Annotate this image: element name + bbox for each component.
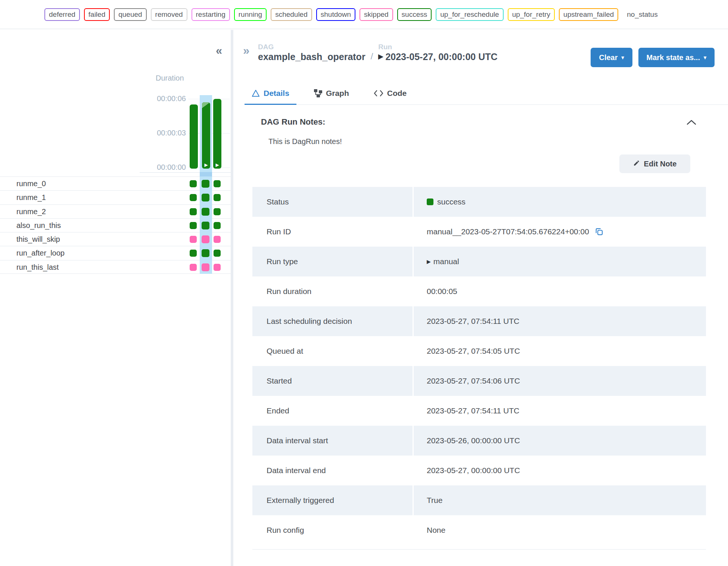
task-name[interactable]: runme_1	[16, 191, 46, 204]
legend-badge-upstream-failed[interactable]: upstream_failed	[559, 8, 618, 21]
task-grid: runme_0 runme_1 runme_2 also_run_this th…	[0, 176, 231, 274]
detail-row-status: Status success	[252, 187, 706, 217]
code-brackets-icon	[374, 90, 383, 97]
task-row-runme-0: runme_0	[0, 176, 231, 190]
task-instance-square-selected[interactable]	[202, 263, 209, 271]
task-name[interactable]: runme_0	[16, 177, 46, 191]
legend-badge-queued[interactable]: queued	[114, 8, 146, 21]
dag-name[interactable]: example_bash_operator	[258, 51, 365, 62]
task-instance-square-selected[interactable]	[202, 180, 209, 188]
tab-code[interactable]: Code	[367, 85, 414, 105]
detail-value: None	[427, 526, 445, 535]
task-instance-square[interactable]	[190, 222, 197, 229]
run-duration-bar-selected[interactable]: ▶	[202, 102, 210, 169]
task-instance-square[interactable]	[190, 208, 197, 215]
task-row-runme-1: runme_1	[0, 190, 231, 204]
task-name[interactable]: this_will_skip	[16, 232, 60, 246]
clear-button[interactable]: Clear ▾	[591, 48, 632, 67]
detail-row-last-scheduling-decision: Last scheduling decision 2023-05-27, 07:…	[252, 306, 706, 336]
caret-down-icon: ▾	[622, 54, 624, 60]
manual-run-play-icon: ▶	[427, 259, 431, 265]
task-instance-square-selected[interactable]	[202, 208, 209, 216]
task-row-runme-2: runme_2	[0, 204, 231, 218]
task-instance-square[interactable]	[214, 236, 221, 243]
breadcrumb: DAG example_bash_operator / Run ▶ 2023-0…	[258, 43, 498, 62]
detail-value: 2023-05-27, 07:54:05 UTC	[427, 347, 520, 356]
manual-run-play-icon: ▶	[378, 53, 383, 60]
airflow-grid-page: deferred failed queued removed restartin…	[0, 0, 728, 566]
task-name[interactable]: run_after_loop	[16, 246, 65, 260]
legend-badge-failed[interactable]: failed	[84, 8, 110, 21]
run-duration-bar[interactable]	[190, 104, 198, 169]
task-name[interactable]: also_run_this	[16, 219, 61, 232]
task-instance-square[interactable]	[190, 264, 197, 271]
task-row-run-this-last: run_this_last	[0, 260, 231, 274]
tab-details[interactable]: Details	[245, 85, 296, 105]
mark-state-as-button[interactable]: Mark state as... ▾	[638, 48, 715, 67]
dag-run-notes-text: This is DagRun notes!	[268, 137, 342, 146]
task-instance-square[interactable]	[214, 208, 221, 215]
task-instance-square[interactable]	[190, 236, 197, 243]
task-row-this-will-skip: this_will_skip	[0, 232, 231, 246]
task-row-also-run-this: also_run_this	[0, 218, 231, 232]
detail-row-queued-at: Queued at 2023-05-27, 07:54:05 UTC	[252, 336, 706, 366]
task-instance-square-selected[interactable]	[202, 235, 209, 243]
legend-badge-shutdown[interactable]: shutdown	[316, 8, 355, 21]
detail-row-started: Started 2023-05-27, 07:54:06 UTC	[252, 366, 706, 396]
task-instance-square[interactable]	[190, 250, 197, 257]
detail-label: Ended	[252, 396, 413, 426]
legend-badge-no-status[interactable]: no_status	[622, 8, 662, 21]
details-tab-bar: Details Graph Code	[245, 85, 728, 105]
detail-value: 2023-05-27, 07:54:06 UTC	[427, 376, 520, 385]
manual-run-play-icon: ▶	[213, 163, 221, 167]
task-instance-square[interactable]	[190, 180, 197, 187]
duration-tick-6s: 00:00:06	[142, 94, 186, 103]
detail-label: Run duration	[252, 276, 413, 306]
detail-value: 2023-05-27, 00:00:00 UTC	[427, 466, 520, 475]
task-instance-square[interactable]	[214, 250, 221, 257]
detail-label: Data interval end	[252, 456, 413, 485]
task-instance-square-selected[interactable]	[202, 222, 209, 229]
task-instance-square[interactable]	[214, 264, 221, 271]
task-instance-square[interactable]	[214, 194, 221, 201]
legend-badge-running[interactable]: running	[234, 8, 267, 21]
legend-badge-up-for-reschedule[interactable]: up_for_reschedule	[436, 8, 503, 21]
run-crumb-label: Run	[378, 43, 497, 51]
run-date[interactable]: 2023-05-27, 00:00:00 UTC	[385, 51, 497, 62]
detail-row-externally-triggered: Externally triggered True	[252, 485, 706, 515]
task-name[interactable]: run_this_last	[16, 260, 59, 274]
legend-badge-scheduled[interactable]: scheduled	[271, 8, 312, 21]
detail-label: Externally triggered	[252, 485, 413, 515]
edit-note-button[interactable]: Edit Note	[619, 154, 690, 173]
detail-label: Data interval start	[252, 426, 413, 456]
detail-value: manual	[433, 257, 459, 266]
legend-badge-removed[interactable]: removed	[151, 8, 187, 21]
chevron-up-icon[interactable]	[686, 119, 697, 127]
detail-value: manual__2023-05-27T07:54:05.676224+00:00	[427, 227, 589, 236]
task-name[interactable]: runme_2	[16, 205, 46, 219]
task-instance-square[interactable]	[190, 194, 197, 201]
task-instance-square[interactable]	[214, 222, 221, 229]
panel-divider[interactable]	[231, 30, 233, 566]
legend-badge-skipped[interactable]: skipped	[360, 8, 393, 21]
detail-value: success	[437, 197, 466, 206]
collapse-left-panel-icon[interactable]: «	[216, 45, 222, 56]
dag-run-notes-title: DAG Run Notes:	[261, 117, 325, 127]
toggle-filters-icon[interactable]: »	[243, 45, 249, 56]
pencil-icon	[633, 160, 640, 168]
legend-badge-up-for-retry[interactable]: up_for_retry	[508, 8, 555, 21]
run-note-fold-icon	[202, 102, 210, 108]
detail-row-run-config: Run config None	[252, 515, 706, 545]
task-instance-square-selected[interactable]	[202, 194, 209, 201]
copy-icon[interactable]	[594, 227, 604, 237]
dag-crumb-label: DAG	[258, 43, 365, 51]
tab-graph[interactable]: Graph	[307, 85, 356, 105]
detail-label: Status	[252, 187, 413, 217]
legend-badge-success[interactable]: success	[397, 8, 432, 21]
graph-nodes-icon	[314, 89, 322, 97]
run-duration-bar[interactable]: ▶	[213, 99, 221, 169]
task-instance-square[interactable]	[214, 180, 221, 187]
legend-badge-deferred[interactable]: deferred	[44, 8, 80, 21]
task-instance-square-selected[interactable]	[202, 249, 209, 257]
legend-badge-restarting[interactable]: restarting	[192, 8, 230, 21]
